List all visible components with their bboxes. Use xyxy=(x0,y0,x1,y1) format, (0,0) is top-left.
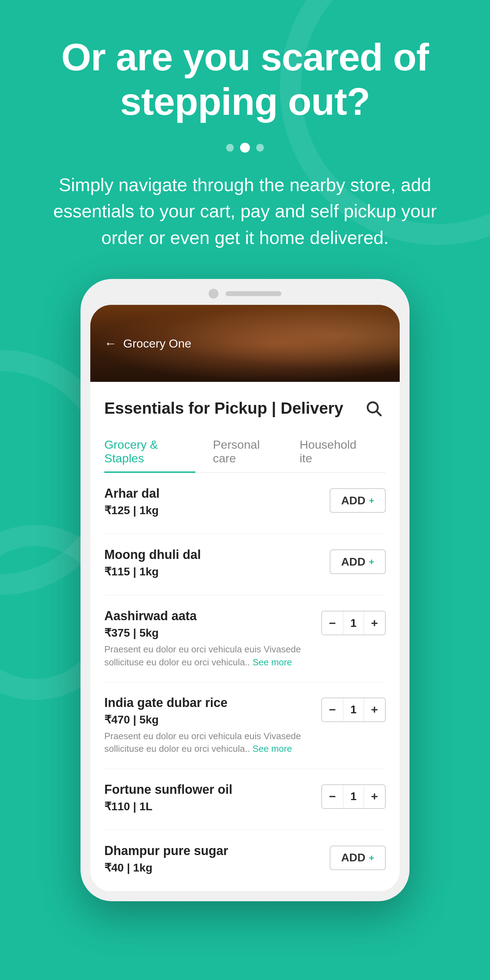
product-desc: Praesent eu dolor eu orci vehicula euis … xyxy=(104,643,311,668)
content-area: Essentials for Pickup | Delivery Grocery… xyxy=(90,382,400,891)
product-name: Moong dhuli dal xyxy=(104,547,319,562)
product-name: Aashirwad aata xyxy=(104,609,311,624)
store-name-label: Grocery One xyxy=(123,337,191,350)
product-info: India gate dubar rice ₹470 | 5kg Praesen… xyxy=(104,695,321,755)
product-price: ₹40 | 1kg xyxy=(104,861,319,874)
qty-minus-button[interactable]: − xyxy=(322,611,343,635)
back-arrow-icon: ← xyxy=(104,337,117,350)
product-item-arhar-dal: Arhar dal ₹125 | 1kg ADD + xyxy=(104,473,386,534)
product-price: ₹110 | 1L xyxy=(104,800,311,813)
qty-minus-button[interactable]: − xyxy=(322,698,343,722)
phone-wrapper: ← Grocery One Essentials for Pickup | De… xyxy=(61,279,429,901)
product-name: Fortune sunflower oil xyxy=(104,782,311,797)
dot-3[interactable] xyxy=(256,144,264,151)
qty-stepper-aata: − 1 + xyxy=(321,611,386,635)
see-more-link[interactable]: See more xyxy=(252,743,292,754)
phone-frame: ← Grocery One Essentials for Pickup | De… xyxy=(81,279,409,901)
add-button-moong-dal[interactable]: ADD + xyxy=(330,549,386,574)
section-title: Essentials for Pickup | Delivery xyxy=(104,399,344,418)
hero-title: Or are you scared of stepping out? xyxy=(0,35,490,124)
phone-camera xyxy=(208,289,218,299)
qty-plus-button[interactable]: + xyxy=(364,784,385,809)
tabs-row: Grocery & Staples Personal care Househol… xyxy=(104,431,386,473)
product-desc: Praesent eu dolor eu orci vehicula euis … xyxy=(104,730,311,755)
tab-household[interactable]: Household ite xyxy=(300,431,368,473)
tab-grocery[interactable]: Grocery & Staples xyxy=(104,431,195,473)
qty-minus-button[interactable]: − xyxy=(322,784,343,809)
product-name: Dhampur pure sugar xyxy=(104,843,319,858)
store-header: ← Grocery One xyxy=(90,305,400,382)
product-info: Dhampur pure sugar ₹40 | 1kg xyxy=(104,843,330,878)
phone-screen: ← Grocery One Essentials for Pickup | De… xyxy=(90,305,400,891)
qty-value: 1 xyxy=(343,698,364,722)
add-button-sugar[interactable]: ADD + xyxy=(330,846,386,870)
product-info: Arhar dal ₹125 | 1kg xyxy=(104,486,330,520)
product-item-aata: Aashirwad aata ₹375 | 5kg Praesent eu do… xyxy=(104,595,386,682)
product-name: India gate dubar rice xyxy=(104,695,311,710)
qty-plus-button[interactable]: + xyxy=(364,611,385,635)
dot-1[interactable] xyxy=(226,144,234,151)
product-item-rice: India gate dubar rice ₹470 | 5kg Praesen… xyxy=(104,682,386,769)
phone-notch-bar xyxy=(90,289,400,299)
qty-plus-button[interactable]: + xyxy=(364,698,385,722)
product-item-moong-dal: Moong dhuli dal ₹115 | 1kg ADD + xyxy=(104,534,386,595)
product-price: ₹375 | 5kg xyxy=(104,626,311,640)
search-icon xyxy=(365,399,382,417)
product-info: Moong dhuli dal ₹115 | 1kg xyxy=(104,547,330,582)
product-price: ₹125 | 1kg xyxy=(104,504,319,517)
product-item-oil: Fortune sunflower oil ₹110 | 1L − 1 + xyxy=(104,769,386,830)
dot-2[interactable] xyxy=(240,143,250,153)
svg-line-1 xyxy=(377,412,380,415)
tab-personal-care[interactable]: Personal care xyxy=(213,431,282,473)
store-back-button[interactable]: ← Grocery One xyxy=(104,337,191,350)
phone-speaker xyxy=(225,291,282,296)
qty-stepper-rice: − 1 + xyxy=(321,698,386,722)
product-info: Fortune sunflower oil ₹110 | 1L xyxy=(104,782,321,816)
search-button[interactable] xyxy=(361,396,386,420)
add-button-arhar-dal[interactable]: ADD + xyxy=(330,488,386,513)
dots-indicator xyxy=(226,143,264,153)
qty-value: 1 xyxy=(343,611,364,635)
product-info: Aashirwad aata ₹375 | 5kg Praesent eu do… xyxy=(104,609,321,668)
product-name: Arhar dal xyxy=(104,486,319,501)
section-title-row: Essentials for Pickup | Delivery xyxy=(104,396,386,420)
product-list: Arhar dal ₹125 | 1kg ADD + Moong dhu xyxy=(104,473,386,891)
see-more-link[interactable]: See more xyxy=(252,657,292,667)
qty-stepper-oil: − 1 + xyxy=(321,784,386,809)
page-container: Or are you scared of stepping out? Simpl… xyxy=(0,0,490,980)
product-item-sugar: Dhampur pure sugar ₹40 | 1kg ADD + xyxy=(104,830,386,891)
hero-subtitle: Simply navigate through the nearby store… xyxy=(0,172,490,251)
product-price: ₹115 | 1kg xyxy=(104,565,319,578)
product-price: ₹470 | 5kg xyxy=(104,713,311,726)
qty-value: 1 xyxy=(343,784,364,809)
